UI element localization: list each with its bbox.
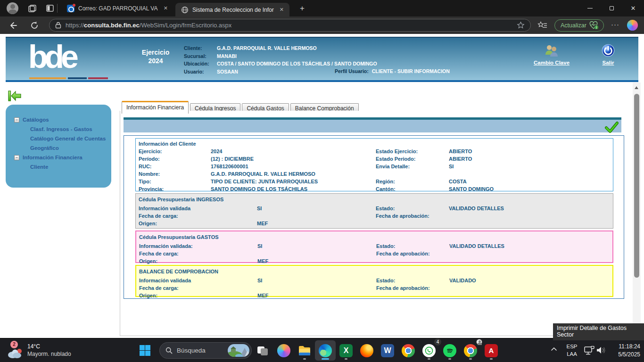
- favorite-star-icon[interactable]: [517, 21, 525, 29]
- label: Origen:: [139, 220, 257, 227]
- taskview-icon: [257, 345, 269, 356]
- browser-tab-correo[interactable]: Correo: GAD PARROQUIAL VALLE ✕: [61, 0, 173, 16]
- sidebar-item-informacion-financiera[interactable]: − Información Financiera: [6, 153, 111, 162]
- sidebar-item-label: Geográfico: [30, 145, 59, 151]
- label: Origen:: [139, 292, 257, 299]
- box-title: Información del Cliente: [139, 140, 610, 148]
- network-icon[interactable]: [584, 346, 595, 355]
- taskview-button[interactable]: [253, 340, 273, 361]
- green-back-arrow-icon[interactable]: [8, 90, 22, 102]
- web-page: bde Ejercicio 2024 Cliente: G.A.D. PARRO…: [0, 34, 644, 338]
- browser-titlebar: Correo: GAD PARROQUIAL VALLE ✕ Sistema d…: [0, 0, 644, 16]
- weather-widget[interactable]: 2 14°C Mayorm. nublado: [7, 341, 71, 360]
- sidebar-item-clasf-ingresos-gastos[interactable]: Clasf. Ingresos - Gastos: [6, 124, 111, 134]
- profile-avatar-icon[interactable]: [7, 2, 18, 14]
- value: SI: [257, 242, 376, 250]
- start-button[interactable]: [140, 345, 150, 356]
- tree-collapse-icon[interactable]: −: [14, 155, 19, 160]
- tab-close-icon[interactable]: ✕: [278, 6, 286, 14]
- window-restore-button[interactable]: [601, 0, 622, 16]
- scrollbar-thumb[interactable]: [634, 94, 639, 278]
- value: MEF: [257, 257, 376, 265]
- label: Nombre:: [139, 170, 211, 178]
- window-minimize-button[interactable]: [579, 0, 601, 16]
- tab-close-icon[interactable]: ✕: [162, 4, 170, 12]
- value: [257, 284, 376, 292]
- power-icon: [601, 43, 615, 58]
- edge-button[interactable]: [315, 340, 336, 361]
- excel-button[interactable]: X: [336, 340, 356, 361]
- section-balance: BALANCE DE COMPROBACION Información vali…: [135, 265, 613, 297]
- sidebar-item-label: Información Financiera: [23, 155, 83, 160]
- scrollbar-up-arrow-icon[interactable]: [635, 86, 638, 89]
- spotify-button[interactable]: [439, 340, 460, 361]
- field-value: CLIENTE - SUBIR INFORMACION: [372, 68, 450, 74]
- copilot-app-button[interactable]: [273, 340, 294, 361]
- date: 5/5/2025: [618, 351, 640, 359]
- firefox-icon: [360, 344, 373, 357]
- value: SI: [449, 163, 610, 170]
- weather-temp: 14°C: [27, 343, 71, 350]
- label: [376, 170, 449, 178]
- screen: Correo: GAD PARROQUIAL VALLE ✕ Sistema d…: [0, 0, 644, 362]
- whatsapp-button[interactable]: 4: [419, 340, 439, 361]
- tab-actions-icon[interactable]: [45, 3, 55, 13]
- value: TIPO DE CLIENTE: JUNTA PARROQUIALES: [211, 178, 376, 185]
- label: Cantón:: [376, 185, 449, 193]
- value: [449, 292, 610, 299]
- copilot-icon[interactable]: [627, 20, 638, 31]
- sidebar-item-cliente[interactable]: Cliente: [6, 162, 111, 172]
- globe-favicon: [181, 6, 189, 14]
- value: MEF: [257, 292, 376, 299]
- file-explorer-button[interactable]: [294, 340, 315, 361]
- salir-link[interactable]: Salir: [594, 43, 622, 66]
- new-tab-button[interactable]: +: [296, 2, 308, 15]
- refresh-icon[interactable]: [29, 20, 40, 31]
- value: 2024: [211, 148, 376, 155]
- value: SI: [257, 277, 376, 284]
- favorites-hub-icon[interactable]: [537, 20, 548, 31]
- tree-collapse-icon[interactable]: −: [14, 117, 19, 123]
- workspaces-icon[interactable]: [27, 3, 38, 14]
- outlook-favicon: [67, 5, 74, 12]
- sidebar-item-catalogos[interactable]: − Catálogos: [6, 115, 111, 124]
- check-icon[interactable]: [604, 121, 619, 134]
- actualizar-button[interactable]: Actualizar !: [554, 19, 604, 32]
- label: Provincia:: [139, 185, 211, 193]
- label: Región:: [376, 178, 449, 185]
- browser-tab-sistema[interactable]: Sistema de Recoleccion de Inform ✕: [175, 3, 289, 16]
- field-value: G.A.D. PARROQUIAL R. VALLE HERMOSO: [217, 45, 377, 51]
- chrome-profile2-button[interactable]: [460, 340, 481, 361]
- browser-menu-icon[interactable]: ···: [611, 20, 619, 28]
- clock[interactable]: 11:18:24 5/5/2025: [618, 343, 640, 358]
- sidebar: − Catálogos Clasf. Ingresos - Gastos Cat…: [6, 105, 111, 188]
- tray-chevron-up-icon[interactable]: [551, 347, 557, 351]
- firefox-button[interactable]: [356, 340, 377, 361]
- acrobat-button[interactable]: A: [481, 340, 502, 361]
- value: ABIERTO: [449, 148, 610, 155]
- search-highlight-image[interactable]: [228, 344, 249, 357]
- speaker-icon[interactable]: [596, 346, 606, 354]
- sidebar-item-catalogo-general-cuentas[interactable]: Catálogo General de Cuentas: [6, 134, 111, 143]
- sidebar-item-geografico[interactable]: Geográfico: [6, 143, 111, 153]
- url-bar[interactable]: https://consulta.bde.fin.ec/WebSim/Login…: [49, 19, 531, 32]
- search-box[interactable]: Búsqueda: [159, 342, 252, 359]
- word-button[interactable]: W: [377, 340, 398, 361]
- value: VALIDADO: [449, 277, 610, 284]
- value: SI: [257, 205, 376, 212]
- page-scrollbar[interactable]: [633, 82, 641, 338]
- language-indicator[interactable]: ESP LAA: [563, 343, 581, 358]
- cambio-clave-link[interactable]: Cambio Clave: [530, 44, 573, 66]
- perfil-usuario: Perfil Usuario: CLIENTE - SUBIR INFORMAC…: [335, 68, 450, 74]
- section-title: Cédula Presupuestaria INGRESOS: [139, 195, 610, 204]
- field-label: Usuario:: [184, 69, 217, 75]
- back-icon[interactable]: [8, 20, 18, 31]
- value: SANTO DOMINGO DE LOS TSÁCHILAS: [211, 185, 376, 193]
- value: [449, 257, 610, 265]
- section-gastos: Cédula Presupuestaria GASTOS Información…: [135, 230, 613, 263]
- tab-informacion-financiera[interactable]: Información Financiera: [122, 101, 189, 114]
- label: Fecha de aprobación:: [376, 250, 449, 257]
- window-close-button[interactable]: ✕: [622, 0, 644, 16]
- label: Fecha de carga:: [139, 284, 257, 292]
- chrome-button[interactable]: [398, 340, 419, 361]
